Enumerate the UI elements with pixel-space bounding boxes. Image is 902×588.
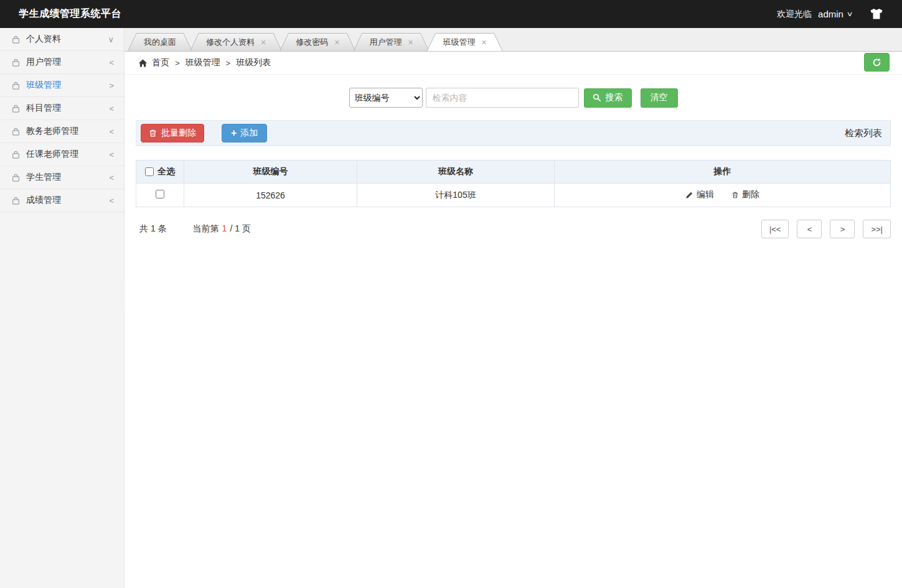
close-icon[interactable]: ×: [408, 38, 413, 47]
search-input[interactable]: [426, 88, 579, 108]
chevron-left-icon: <: [109, 58, 114, 67]
clear-button-label: 清空: [651, 92, 668, 103]
breadcrumb: 首页 > 班级管理 > 班级列表: [124, 52, 902, 75]
search-icon: [593, 93, 601, 102]
briefcase-icon: [11, 104, 21, 113]
chevron-left-icon: <: [109, 127, 114, 136]
row-actions-cell: 编辑 删除: [555, 184, 891, 207]
edit-link[interactable]: 编辑: [685, 189, 714, 200]
close-icon[interactable]: ×: [334, 38, 339, 47]
username: admin: [818, 9, 843, 19]
trash-icon: [149, 129, 157, 138]
list-title: 检索列表: [845, 128, 886, 139]
briefcase-icon: [11, 58, 21, 67]
column-header-class-no: 班级编号: [184, 161, 357, 184]
tab-label: 修改个人资料: [206, 37, 255, 48]
delete-link[interactable]: 删除: [731, 189, 759, 200]
sidebar-item-user-management[interactable]: 用户管理 <: [0, 51, 124, 74]
column-header-class-name: 班级名称: [357, 161, 555, 184]
sidebar-item-label: 班级管理: [26, 80, 61, 91]
sidebar-item-label: 学生管理: [26, 172, 61, 183]
pencil-icon: [685, 191, 693, 199]
batch-delete-button[interactable]: 批量删除: [141, 124, 204, 142]
first-page-button[interactable]: |<<: [761, 220, 789, 238]
tab-label: 用户管理: [369, 37, 402, 48]
add-label: 添加: [240, 128, 258, 139]
tab-my-desktop[interactable]: 我的桌面: [128, 33, 192, 51]
next-page-button[interactable]: >: [830, 220, 855, 238]
current-page-number: 1: [222, 223, 227, 235]
sidebar-item-label: 用户管理: [26, 57, 61, 68]
sidebar-item-academic-teacher-management[interactable]: 教务老师管理 <: [0, 120, 124, 143]
close-icon[interactable]: ×: [261, 38, 266, 47]
chevron-left-icon: <: [109, 104, 114, 113]
total-count: 共 1 条: [136, 223, 167, 235]
delete-label: 删除: [742, 189, 759, 200]
trash-icon: [731, 191, 739, 199]
refresh-icon: [872, 58, 881, 67]
row-checkbox-cell: [136, 184, 184, 207]
page-position-prefix: 当前第: [193, 223, 219, 235]
refresh-button[interactable]: [864, 53, 890, 72]
search-field-select[interactable]: 班级编号: [349, 88, 423, 108]
class-table: 全选 班级编号 班级名称 操作 152626 计科105班: [136, 160, 891, 207]
breadcrumb-class-management[interactable]: 班级管理: [186, 57, 220, 68]
page-position: 当前第 1 / 1 页: [193, 223, 251, 235]
sidebar-item-student-management[interactable]: 学生管理 <: [0, 166, 124, 189]
clear-button[interactable]: 清空: [641, 88, 678, 108]
pagination: 共 1 条 当前第 1 / 1 页 |<< < > >>|: [136, 220, 891, 238]
select-all-checkbox[interactable]: [145, 167, 154, 176]
plus-icon: +: [231, 128, 237, 138]
briefcase-icon: [11, 127, 21, 136]
sidebar-item-course-teacher-management[interactable]: 任课老师管理 <: [0, 143, 124, 166]
chevron-left-icon: <: [109, 196, 114, 205]
batch-delete-label: 批量删除: [161, 128, 196, 139]
chevron-right-icon: >: [109, 81, 114, 90]
briefcase-icon: [11, 35, 21, 44]
briefcase-icon: [11, 173, 21, 182]
chevron-left-icon: <: [109, 173, 114, 182]
sidebar-item-subject-management[interactable]: 科目管理 <: [0, 97, 124, 120]
briefcase-icon: [11, 196, 21, 205]
table-row: 152626 计科105班 编辑 删除: [136, 184, 891, 207]
breadcrumb-home[interactable]: 首页: [152, 57, 169, 68]
main-content: 我的桌面 修改个人资料 × 修改密码 × 用户管理 × 班级管理 × 首页 > …: [124, 28, 902, 588]
tab-label: 班级管理: [443, 37, 476, 48]
sidebar: 个人资料 ∨ 用户管理 < 班级管理 > 科目管理 < 教务老师管理 < 任课老…: [0, 28, 124, 588]
home-icon: [138, 58, 148, 68]
toolbar: 批量删除 + 添加 检索列表: [136, 120, 891, 146]
tab-class-management[interactable]: 班级管理 ×: [427, 33, 503, 51]
close-icon[interactable]: ×: [482, 38, 487, 47]
app-title: 学生成绩管理系统平台: [0, 7, 121, 21]
select-all-label: 全选: [157, 166, 175, 177]
tab-bar: 我的桌面 修改个人资料 × 修改密码 × 用户管理 × 班级管理 ×: [124, 28, 902, 52]
sidebar-item-grade-management[interactable]: 成绩管理 <: [0, 189, 124, 212]
table-header-row: 全选 班级编号 班级名称 操作: [136, 161, 891, 184]
column-header-actions: 操作: [555, 161, 891, 184]
chevron-down-icon: ∨: [108, 35, 114, 44]
user-dropdown[interactable]: admin ∨: [818, 9, 852, 19]
edit-label: 编辑: [697, 189, 714, 200]
search-button[interactable]: 搜索: [584, 88, 632, 108]
tab-user-management[interactable]: 用户管理 ×: [353, 33, 429, 51]
briefcase-icon: [11, 81, 21, 90]
search-bar: 班级编号 搜索 清空: [124, 88, 902, 108]
breadcrumb-separator: >: [175, 58, 180, 68]
sidebar-item-profile[interactable]: 个人资料 ∨: [0, 28, 124, 51]
page-position-suffix: / 1 页: [230, 223, 250, 235]
tab-edit-profile[interactable]: 修改个人资料 ×: [190, 33, 282, 51]
row-checkbox[interactable]: [156, 190, 164, 198]
add-button[interactable]: + 添加: [222, 124, 267, 142]
sidebar-item-class-management[interactable]: 班级管理 >: [0, 74, 124, 97]
row-class-no: 152626: [184, 184, 357, 207]
tab-label: 我的桌面: [144, 37, 176, 48]
theme-tshirt-icon[interactable]: [870, 7, 883, 21]
select-all-header: 全选: [136, 161, 184, 184]
sidebar-item-label: 个人资料: [26, 34, 61, 45]
last-page-button[interactable]: >>|: [863, 220, 891, 238]
tab-change-password[interactable]: 修改密码 ×: [280, 33, 355, 51]
row-class-name: 计科105班: [357, 184, 555, 207]
search-button-label: 搜索: [606, 92, 623, 103]
briefcase-icon: [11, 150, 21, 159]
prev-page-button[interactable]: <: [797, 220, 822, 238]
